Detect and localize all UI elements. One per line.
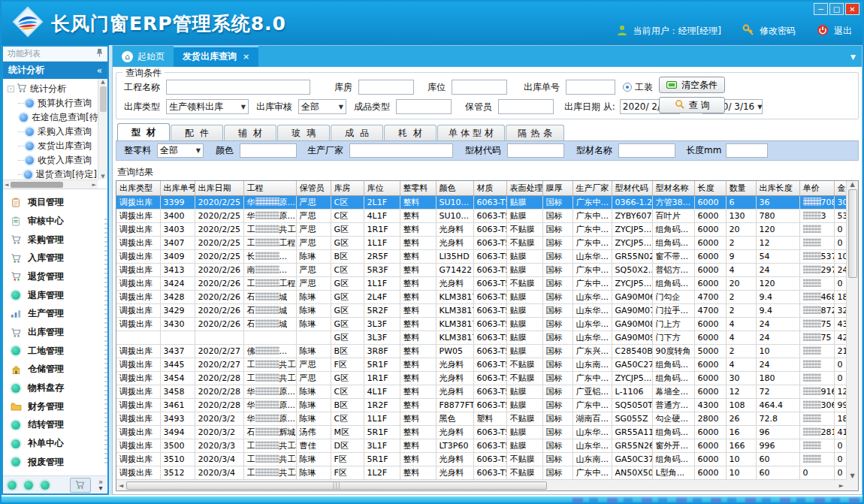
logout-link[interactable]: 退出	[834, 25, 852, 38]
sidebar-item-结转管理[interactable]: 结转管理	[10, 418, 107, 432]
column-header[interactable]: 颜色	[436, 181, 473, 195]
location-input[interactable]	[452, 80, 507, 95]
warehouse-input[interactable]	[358, 80, 414, 95]
sidebar-item-补单中心[interactable]: 补单中心	[10, 437, 107, 451]
material-tab-玻璃[interactable]: 玻璃	[277, 125, 330, 140]
table-row[interactable]: 调拨出库34302020/2/26石城陈琳G区3L3F整料KLM38176063…	[116, 317, 846, 330]
table-row[interactable]: 调拨出库34132020/2/26南...严思C区5R3F整料G71422606…	[116, 263, 846, 276]
sidebar-item-采购管理[interactable]: 采购管理	[10, 233, 107, 246]
sidebar-item-项目管理[interactable]: 项目管理	[10, 196, 107, 210]
tree-root[interactable]: - 统计分析	[8, 81, 97, 96]
tree-item[interactable]: 预算执行查询	[8, 96, 97, 110]
search-button[interactable]: 查 询	[659, 97, 725, 113]
table-row[interactable]: 调拨出库34452020/2/27工共工程严思F区5R1F整料光身料6063-T…	[116, 358, 846, 371]
sidebar-item-工地管理[interactable]: 工地管理	[10, 344, 107, 358]
product-type-input[interactable]	[396, 99, 452, 114]
sidebar-item-仓储管理[interactable]: 仓储管理	[10, 363, 107, 376]
column-header[interactable]: 型材代码	[612, 181, 652, 195]
tab-close-icon[interactable]: ×	[243, 52, 249, 62]
maximize-button[interactable]: □	[829, 3, 844, 15]
color-input[interactable]	[240, 143, 297, 158]
scroll-down-icon[interactable]: ▼	[101, 174, 104, 180]
column-header[interactable]: 膜厚	[542, 181, 572, 195]
circle-icon[interactable]	[41, 481, 50, 490]
sidebar-item-生产管理[interactable]: 生产管理	[10, 307, 107, 321]
tree-vertical-scrollbar[interactable]: ▲ ▼	[98, 79, 107, 180]
circle-icon[interactable]	[8, 481, 17, 490]
table-row[interactable]: 调拨出库34542020/2/28工共工程严思G区1R1F整料光身料6063-T…	[116, 371, 846, 385]
change-password-link[interactable]: 修改密码	[760, 25, 796, 38]
profile-code-input[interactable]	[507, 143, 564, 158]
material-tab-型材[interactable]: 型材	[117, 123, 170, 140]
table-row[interactable]: 调拨出库34242020/2/26工工程严思G区1L1F整料光身料6063-T5…	[116, 276, 846, 290]
table-row[interactable]: 调拨出库34292020/2/26石城陈琳G区5R2F整料KLM38176063…	[116, 303, 846, 317]
clear-conditions-button[interactable]: 清空条件	[659, 77, 725, 93]
table-row[interactable]: 调拨出库34372020/2/27佛...陈琳B区3R8F整料PW056063-…	[116, 344, 846, 358]
table-row[interactable]: 调拨出库34582020/2/28华原...陈琳C区4L1F整料光身料6063-…	[116, 385, 846, 398]
table-row[interactable]: 调拨出库34282020/2/26石城陈琳G区2L4F整料KLM38176063…	[116, 290, 846, 303]
column-header[interactable]: 保管员	[296, 181, 331, 195]
table-row[interactable]: 调拨出库34072020/2/25工工程严思G区1L1F整料光身料6063-T5…	[116, 236, 846, 249]
tree-item[interactable]: 采购入库查询	[8, 125, 97, 139]
table-row[interactable]: 调拨出库35002020/3/3工共工程曹佳D区3L1F整料LT3P606063…	[116, 439, 846, 452]
column-header[interactable]: 库房	[331, 181, 364, 195]
column-header[interactable]: 库位	[364, 181, 400, 195]
material-tab-成品[interactable]: 成品	[331, 125, 383, 140]
table-row[interactable]: 调拨出库34092020/2/25长...陈琳B区2R5F整料LI35HD606…	[116, 249, 846, 263]
scroll-down-icon[interactable]: ▼	[850, 472, 854, 479]
tree-horizontal-scrollbar[interactable]: ◄ ►	[3, 180, 98, 189]
column-header[interactable]: 材质	[473, 181, 506, 195]
minimize-button[interactable]: ─	[814, 3, 828, 15]
keeper-input[interactable]	[498, 99, 554, 114]
column-header[interactable]: 出库类型	[116, 181, 160, 195]
table-row[interactable]: 调拨出库34942020/3/2石辉城汤伟M区5R1F整料光身料6063-T5贴…	[116, 425, 846, 439]
table-row[interactable]: 调拨出库34032020/2/25工共工程严思G区1R1F整料光身料6063-T…	[116, 222, 846, 236]
sidebar-panel-header[interactable]: 统计分析 «	[3, 62, 107, 79]
circle-icon[interactable]	[24, 481, 33, 490]
sidebar-resize-grip[interactable]	[104, 216, 107, 463]
pin-icon[interactable]	[96, 48, 103, 59]
column-header[interactable]: 出库长度	[756, 181, 799, 195]
sidebar-item-入库管理[interactable]: 入库管理	[10, 252, 107, 265]
column-header[interactable]: 单价	[799, 181, 834, 195]
sidebar-item-物料盘存[interactable]: 物料盘存	[10, 382, 107, 395]
scrollbar-thumb[interactable]	[100, 86, 107, 112]
close-button[interactable]: ✕	[845, 3, 859, 15]
tab-home[interactable]: ⌂ 起始页	[113, 46, 174, 67]
table-row[interactable]: 调拨出库35102020/3/4工共工程陈琳F区5R1F整料光身料6063-T5…	[116, 452, 846, 466]
collapse-icon[interactable]: «	[97, 65, 102, 76]
scroll-up-icon[interactable]: ▲	[101, 79, 104, 85]
scrollbar-thumb[interactable]	[848, 189, 857, 278]
column-header[interactable]: 型材名称	[652, 181, 694, 195]
scroll-up-icon[interactable]: ▲	[850, 181, 854, 188]
material-tab-配件[interactable]: 配件	[171, 125, 223, 140]
out-type-select[interactable]: 生产领料出库▼	[166, 99, 249, 114]
sidebar-item-出库管理[interactable]: 出库管理	[10, 326, 107, 340]
scrollbar-thumb[interactable]: |||	[126, 481, 547, 490]
column-header[interactable]: 长度	[694, 181, 726, 195]
vertical-scrollbar[interactable]: ▲ ▼	[846, 181, 858, 479]
column-header[interactable]: 出库日期	[195, 181, 243, 195]
scroll-right-icon[interactable]: ►	[839, 482, 844, 489]
column-header[interactable]: 出库单号	[160, 181, 195, 195]
cart-button[interactable]	[70, 478, 91, 493]
sidebar-item-退货管理[interactable]: 退货管理	[10, 270, 107, 283]
table-row[interactable]: 调拨出库34932020/3/2华原...陈琳C区1L1F整料黑色塑料不贴膜国标…	[116, 412, 846, 425]
column-header[interactable]: 生产厂家	[572, 181, 612, 195]
radio-gongzhuang[interactable]	[623, 83, 632, 92]
tree-expander-icon[interactable]: -	[8, 86, 14, 92]
material-tab-辅材[interactable]: 辅材	[224, 125, 276, 140]
length-input[interactable]	[726, 143, 768, 158]
project-name-input[interactable]	[166, 80, 310, 95]
scrollbar-thumb[interactable]	[11, 182, 63, 188]
column-header[interactable]: 工程	[243, 181, 296, 195]
order-no-input[interactable]	[566, 80, 615, 95]
table-row[interactable]: 调拨出库33992020/2/25华原...严思C区2L1F整料SU10...6…	[116, 195, 846, 209]
tree-item[interactable]: 发货出库查询	[8, 139, 97, 153]
material-tab-隔热条[interactable]: 隔热条	[506, 125, 564, 140]
manufacturer-input[interactable]	[349, 143, 453, 158]
horizontal-scrollbar[interactable]: ◄ ||| ►	[116, 479, 846, 490]
tab-shipment-query[interactable]: 发货出库查询 ×	[174, 46, 258, 67]
sidebar-item-财务管理[interactable]: 财务管理	[10, 400, 107, 413]
material-tab-耗材[interactable]: 耗材	[384, 125, 437, 140]
